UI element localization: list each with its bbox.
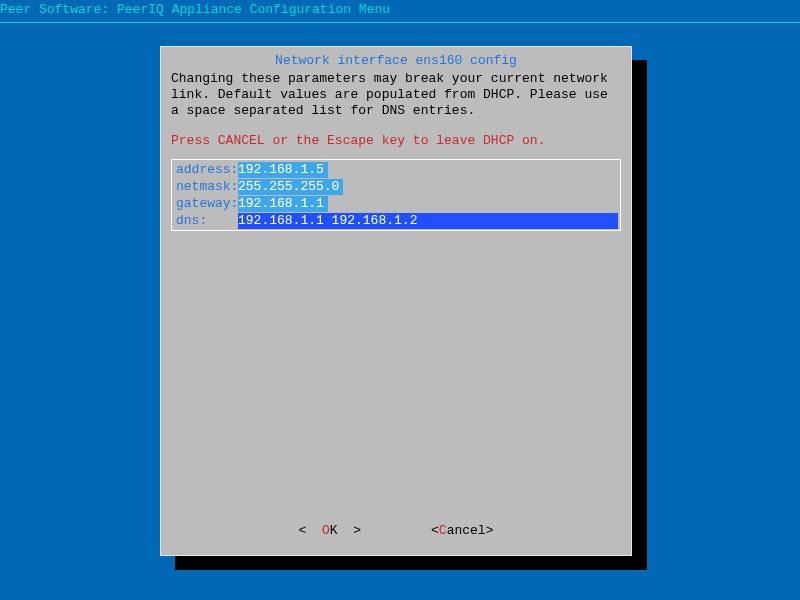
form-box: address: 192.168.1.5 netmask: 255.255.25…: [171, 159, 621, 231]
divider: [0, 22, 800, 23]
network-config-dialog: Network interface ens160 config Changing…: [160, 46, 632, 556]
label-netmask: netmask:: [174, 179, 238, 195]
field-dns[interactable]: 192.168.1.1 192.168.1.2: [238, 213, 618, 229]
label-dns: dns:: [174, 213, 238, 229]
app-title: Peer Software: PeerIQ Appliance Configur…: [0, 0, 800, 22]
field-netmask[interactable]: 255.255.255.0: [238, 179, 343, 195]
dialog-hint: Press CANCEL or the Escape key to leave …: [171, 133, 621, 149]
label-gateway: gateway:: [174, 196, 238, 212]
ok-button[interactable]: < OK >: [299, 523, 361, 539]
button-bar: < OK > <Cancel>: [161, 523, 631, 539]
row-address: address: 192.168.1.5: [174, 162, 618, 178]
row-dns: dns: 192.168.1.1 192.168.1.2: [174, 213, 618, 229]
dialog-description: Changing these parameters may break your…: [171, 71, 621, 119]
cancel-button[interactable]: <Cancel>: [431, 523, 493, 539]
row-gateway: gateway: 192.168.1.1: [174, 196, 618, 212]
row-netmask: netmask: 255.255.255.0: [174, 179, 618, 195]
field-address[interactable]: 192.168.1.5: [238, 162, 328, 178]
dialog-title: Network interface ens160 config: [171, 53, 621, 69]
label-address: address:: [174, 162, 238, 178]
field-gateway[interactable]: 192.168.1.1: [238, 196, 328, 212]
